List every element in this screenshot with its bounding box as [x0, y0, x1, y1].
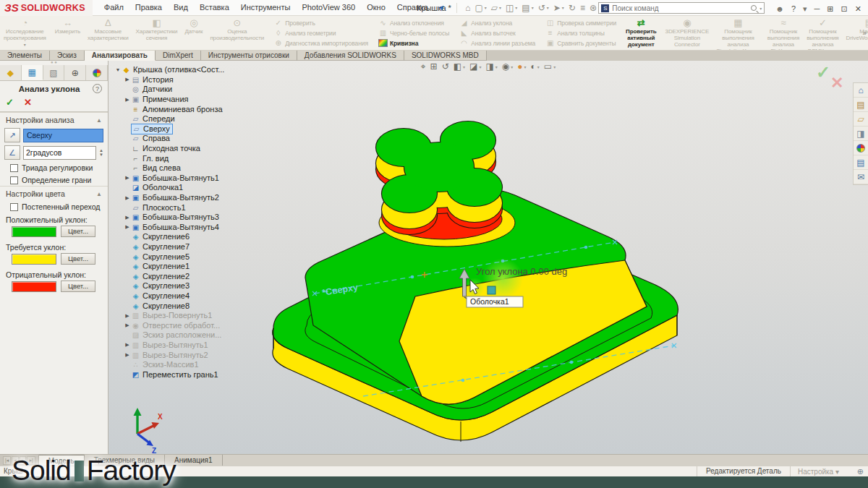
tab-Элементы[interactable]: Элементы	[0, 51, 50, 61]
search-dropdown-icon[interactable]: ▾	[760, 6, 762, 11]
tree-item[interactable]: ▶▤История	[114, 75, 270, 85]
menu-item-3[interactable]: Вставка	[194, 0, 235, 15]
tree-item-body[interactable]: ▱Сверху	[131, 124, 173, 134]
dropdown-icon[interactable]: ▾	[24, 42, 26, 47]
tree-item[interactable]: ◈Скругление5	[114, 252, 270, 262]
panel-tab-displaymanager-tab-icon[interactable]	[86, 65, 108, 80]
color-settings-header[interactable]: Настройки цвета ▲	[0, 186, 108, 200]
tab-DimXpert[interactable]: DimXpert	[156, 51, 201, 61]
ribbon-button-performance-icon[interactable]: ⊙Оценка производительности	[206, 16, 268, 50]
analysis-settings-header[interactable]: Настройки анализа ▲	[0, 112, 108, 127]
tree-expand-icon[interactable]: ▶	[124, 224, 131, 230]
search-icon[interactable]	[751, 5, 757, 11]
chevron-down-icon[interactable]: ▾	[803, 4, 807, 13]
search-input[interactable]	[612, 4, 749, 12]
tree-item[interactable]: ▶▣Бобышка-Вытянуть3	[114, 213, 270, 223]
tree-item[interactable]: ▨Эскиз расположени...	[114, 330, 270, 341]
tree-expand-icon[interactable]: ▶	[124, 215, 131, 221]
tree-item-body[interactable]: ▣Бобышка-Вытянуть2	[131, 193, 219, 202]
menu-item-1[interactable]: Правка	[129, 0, 168, 15]
tree-item[interactable]: ◈Скругление8	[114, 301, 270, 311]
tree-item[interactable]: ▶◉Отверстие обработ...	[114, 320, 270, 330]
tab-Эскиз[interactable]: Эскиз	[50, 51, 85, 61]
tree-item-body[interactable]: ◈Скругление1	[131, 262, 190, 271]
gradual-transition-checkbox[interactable]: Постепенный переход	[0, 200, 108, 213]
tree-item[interactable]: ▱Справа	[114, 134, 270, 144]
tree-expand-icon[interactable]: ▶	[124, 322, 131, 328]
tree-item-body[interactable]: ◩Переместить грань1	[131, 370, 218, 380]
maximize-icon[interactable]: ⊞	[827, 4, 833, 13]
tree-item-body[interactable]: ◉Отверстие обработ...	[131, 321, 220, 330]
tree-item[interactable]: ▶▣Бобышка-Вытянуть1	[114, 174, 270, 184]
tab-SOLIDWORKS MBD[interactable]: SOLIDWORKS MBD	[404, 51, 487, 61]
tree-item[interactable]: ∴Эскиз-Массив1	[114, 360, 270, 370]
collapse-icon[interactable]: ▲	[96, 117, 102, 124]
status-configuration[interactable]: Настройка ▾	[791, 468, 846, 476]
confirm-cancel-icon[interactable]: ✕	[830, 74, 843, 93]
tree-item[interactable]: ▶▣Примечания	[114, 95, 270, 105]
tree-expand-icon[interactable]: ▶	[124, 352, 131, 358]
tree-item-body[interactable]: ▥Вырез-Вытянуть2	[131, 351, 208, 360]
ribbon-button-design-study-icon[interactable]: ◔Исследование проектирования▾	[0, 16, 50, 50]
zoom-fit-icon-button[interactable]: ⌖	[421, 61, 426, 72]
ribbon-button-measure-icon[interactable]: ↔Измерить	[51, 16, 84, 50]
file-properties-icon-button[interactable]: ≡	[580, 3, 585, 13]
ok-button[interactable]: ✓	[6, 97, 14, 108]
ribbon-item-zebra-stripes-icon[interactable]: ▥Черно-белые полосы	[378, 28, 449, 38]
appearances-icon-button[interactable]	[854, 141, 868, 155]
menu-item-4[interactable]: Инструменты	[235, 0, 297, 15]
forum-icon-button[interactable]: ✉	[854, 170, 868, 184]
tree-item-body[interactable]: ◈Скругление2	[131, 272, 190, 281]
design-library-icon-button[interactable]: ▤	[854, 98, 868, 112]
tree-expand-icon[interactable]: ▶	[124, 77, 131, 82]
tree-item[interactable]: ▶▥Вырез-Повернуть1	[114, 311, 270, 321]
print-icon-button[interactable]: ▤▾	[522, 3, 533, 13]
analysis-checkbox-0[interactable]: Триада регулировки	[0, 161, 108, 174]
open-icon-button[interactable]: ▱▾	[491, 3, 501, 13]
dropdown-icon[interactable]: ▾	[511, 64, 513, 69]
tree-item[interactable]: ▶▣Бобышка-Вытянуть2	[114, 193, 270, 203]
ribbon-button-sensor-icon[interactable]: ◎Датчик	[181, 16, 206, 50]
apply-scene-icon-button[interactable]: ◐▾	[531, 61, 540, 72]
tree-item-body[interactable]: ◆Крышка (отливка<Сост...	[122, 65, 224, 74]
color-button[interactable]: Цвет...	[61, 281, 95, 292]
ribbon-button-check-active-doc-icon[interactable]: ⇄Проверить активный документ▾	[622, 16, 660, 50]
ribbon-button-mass-properties-icon[interactable]: ΔМассовые характеристики	[84, 16, 132, 50]
tree-item[interactable]: ▱Сверху	[114, 124, 270, 134]
minimize-icon[interactable]: ─	[814, 4, 820, 13]
zoom-area-icon-button[interactable]: ⊞	[430, 61, 438, 72]
tree-item-body[interactable]: ▣Бобышка-Вытянуть1	[131, 174, 219, 183]
tree-item[interactable]: ◈Скругление2	[114, 271, 270, 281]
tree-expand-icon[interactable]: ▼	[114, 67, 122, 72]
ribbon-button-3dexperience-icon[interactable]: ◉3DEXPERIENCE Simulation Connector	[662, 16, 713, 50]
tab-Добавления SOLIDWORKS[interactable]: Добавления SOLIDWORKS	[297, 51, 404, 61]
tab-Анализировать[interactable]: Анализировать	[85, 51, 156, 61]
tree-expand-icon[interactable]: ▶	[124, 342, 131, 348]
menu-item-6[interactable]: Окно	[361, 0, 391, 15]
restore-icon[interactable]: ⊡	[841, 4, 848, 13]
checkbox-icon[interactable]	[10, 203, 18, 211]
tree-item[interactable]: ◪Оболочка1	[114, 183, 270, 193]
panel-tab-dimxpert-tab-icon[interactable]: ⊕	[64, 65, 86, 80]
tree-item[interactable]: ▱Плоскость1	[114, 202, 270, 213]
tree-expand-icon[interactable]: ▶	[124, 195, 131, 201]
tab-Инструменты отрисовки[interactable]: Инструменты отрисовки	[201, 51, 297, 61]
pin-icon[interactable]: ➤	[436, 2, 448, 14]
tree-item-body[interactable]: ⌐Вид слева	[131, 163, 181, 173]
view-palette-icon-button[interactable]: ◨	[854, 127, 868, 141]
graphics-viewport[interactable]: *Сверху Угол уклона 0.00 deg	[109, 61, 868, 454]
cancel-button[interactable]: ✕	[24, 97, 32, 108]
tree-item-body[interactable]: ◪Оболочка1	[131, 183, 183, 192]
dropdown-icon[interactable]: ▾	[537, 64, 540, 69]
tree-item[interactable]: ∟Исходная точка	[114, 144, 270, 154]
ribbon-item-symmetry-check-icon[interactable]: ◫Проверка симметрии	[545, 18, 616, 27]
command-search[interactable]: S ▾	[598, 2, 765, 14]
tree-item-body[interactable]: ▣Бобышка-Вытянуть3	[131, 213, 219, 222]
undo-icon-button[interactable]: ↺▾	[538, 3, 549, 13]
tree-item-body[interactable]: ▥Вырез-Вытянуть1	[131, 341, 208, 350]
rebuild-icon-button[interactable]: ↻	[569, 3, 576, 13]
tree-item[interactable]: ▼◆Крышка (отливка<Сост...	[114, 65, 270, 75]
previous-view-icon-button[interactable]: ↺	[442, 61, 449, 72]
hide-show-items-icon-button[interactable]: ◉▾	[502, 61, 514, 72]
dropdown-icon[interactable]: ▾	[562, 5, 564, 10]
